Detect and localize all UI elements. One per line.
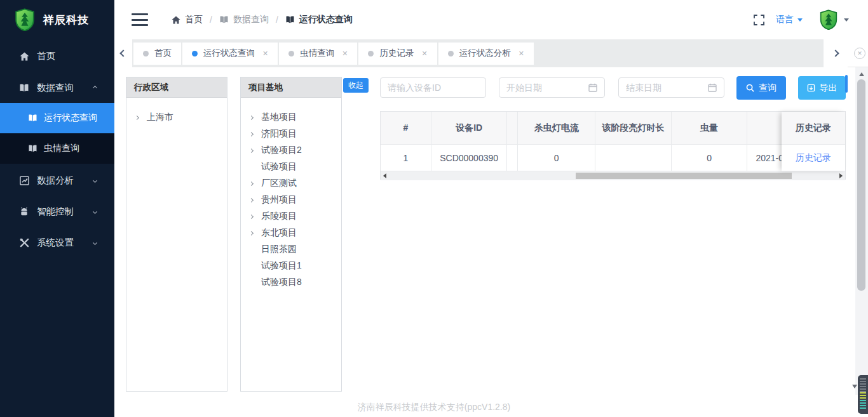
topbar: 首页 / 数据查询 / 运行状态查询 <box>114 0 868 39</box>
cell-index: 1 <box>381 145 431 171</box>
sidebar-item-smart-control[interactable]: 智能控制 <box>0 196 114 227</box>
tree-item[interactable]: 试验项目2 <box>241 142 341 159</box>
scroll-right-arrow-icon[interactable] <box>839 173 843 178</box>
user-menu[interactable] <box>819 10 849 30</box>
tree-item-label: 试验项目 <box>261 161 297 173</box>
sidebar-item-data-analysis[interactable]: 数据分析 <box>0 165 114 196</box>
region-panel: 行政区域 上海市 <box>126 77 227 392</box>
tree-item[interactable]: 厂区测试 <box>241 175 341 192</box>
tab-track: 首页 运行状态查询 虫情查询 历史记录 <box>132 39 824 67</box>
tree-item-shanghai[interactable]: 上海市 <box>126 109 227 126</box>
export-button[interactable]: 导出 <box>798 76 846 100</box>
chevron-right-icon[interactable] <box>250 149 255 152</box>
tab-label: 运行状态查询 <box>203 48 255 59</box>
close-all-tabs-icon[interactable] <box>854 48 865 59</box>
brand-header[interactable]: 祥辰科技 <box>0 0 114 39</box>
sidebar: 祥辰科技 首页 数据查询 运行状态查询 虫情查询 <box>0 0 114 417</box>
start-date-input[interactable] <box>499 77 605 98</box>
tree-item[interactable]: 基地项目 <box>241 109 341 126</box>
home-icon <box>19 51 29 62</box>
chevron-right-icon[interactable] <box>250 199 255 202</box>
vertical-scrollbar-thumb[interactable] <box>857 79 865 291</box>
table-cell-history: 历史记录 <box>782 145 845 171</box>
tree-item[interactable]: 日照茶园 <box>241 241 341 258</box>
table-row: 1 SCD00000390 0 0 2021-0 <box>381 145 845 171</box>
indicator-bars-gray <box>860 378 866 392</box>
sidebar-item-home[interactable]: 首页 <box>0 41 114 72</box>
tab-home[interactable]: 首页 <box>133 43 181 65</box>
tree-item[interactable]: 贵州项目 <box>241 192 341 208</box>
tree-item[interactable]: 试验项目 <box>241 159 341 175</box>
history-record-link[interactable]: 历史记录 <box>796 152 831 164</box>
chevron-right-icon[interactable] <box>250 182 255 185</box>
tabs-scroll-left-button[interactable] <box>114 39 132 67</box>
table-header-index: # <box>381 112 431 145</box>
content-area: 行政区域 上海市 项目基地 基地项目 <box>114 67 868 417</box>
tab-close-icon[interactable] <box>421 50 427 57</box>
end-date-input[interactable] <box>618 77 724 98</box>
inner-scroll-indicator <box>845 75 848 93</box>
tree-item[interactable]: 试验项目8 <box>241 274 341 291</box>
chevron-right-icon[interactable] <box>250 215 255 218</box>
tab-history[interactable]: 历史记录 <box>358 43 437 65</box>
tab-label: 历史记录 <box>379 48 414 59</box>
language-selector[interactable]: 语言 <box>776 14 803 25</box>
tree-item-label: 试验项目2 <box>261 145 302 156</box>
tree-item[interactable]: 乐陵项目 <box>241 208 341 225</box>
tab-run-status-query[interactable]: 运行状态查询 <box>182 43 278 65</box>
chevron-right-icon[interactable] <box>250 116 255 119</box>
tree-item-label: 日照茶园 <box>261 244 297 255</box>
tab-dot-icon <box>448 51 454 56</box>
tree-item[interactable]: 试验项目1 <box>241 258 341 274</box>
chevron-right-icon[interactable] <box>250 232 255 235</box>
fullscreen-icon[interactable] <box>754 15 764 25</box>
tab-insect-query[interactable]: 虫情查询 <box>279 43 357 65</box>
sidebar-collapse-button[interactable] <box>132 13 148 26</box>
cell-light-duration <box>595 145 672 171</box>
sidebar-item-system-settings[interactable]: 系统设置 <box>0 227 114 258</box>
scroll-down-arrow-icon[interactable] <box>852 385 857 388</box>
tree-item-label: 贵州项目 <box>261 194 297 206</box>
indicator-bars-yellow <box>860 392 866 400</box>
scroll-up-arrow-icon[interactable] <box>859 72 864 76</box>
collapse-panels-button[interactable]: 收起 <box>343 78 369 93</box>
sidebar-subitem-insect-query[interactable]: 虫情查询 <box>0 133 114 164</box>
breadcrumb: 首页 / 数据查询 / 运行状态查询 <box>172 0 353 39</box>
sidebar-subitem-run-status-query[interactable]: 运行状态查询 <box>0 103 114 133</box>
region-tree: 上海市 <box>126 98 227 126</box>
tree-item[interactable]: 东北项目 <box>241 225 341 241</box>
tab-close-icon[interactable] <box>342 50 348 57</box>
tab-run-status-analysis[interactable]: 运行状态分析 <box>438 43 534 65</box>
book-icon <box>219 16 229 23</box>
query-button[interactable]: 查询 <box>736 76 786 100</box>
table-header-lamp-current: 杀虫灯电流 <box>518 112 595 145</box>
table-header-device-id: 设备ID <box>431 112 508 145</box>
breadcrumb-home[interactable]: 首页 <box>172 14 203 25</box>
book-icon <box>28 144 37 154</box>
book-icon <box>285 16 295 23</box>
chevron-right-icon[interactable] <box>250 133 255 136</box>
sidebar-item-label: 数据查询 <box>37 82 74 94</box>
tab-close-icon[interactable] <box>262 50 268 57</box>
tree-item-label: 东北项目 <box>261 227 297 239</box>
sidebar-item-data-query[interactable]: 数据查询 <box>0 72 114 103</box>
search-icon <box>746 84 754 92</box>
project-tree: 基地项目 济阳项目 试验项目2 试验项目 厂区测试 <box>241 98 341 291</box>
tab-label: 首页 <box>154 48 172 59</box>
device-id-input[interactable] <box>380 77 486 98</box>
horizontal-scrollbar-thumb[interactable] <box>576 173 792 179</box>
table-header-row: # 设备ID 杀虫灯电流 该阶段亮灯时长 虫量 <box>381 112 845 145</box>
scroll-left-arrow-icon[interactable] <box>383 173 386 178</box>
tabs-scroll-right-button[interactable] <box>824 39 848 67</box>
topbar-actions: 语言 <box>754 0 868 39</box>
tree-item[interactable]: 济阳项目 <box>241 126 341 142</box>
query-button-label: 查询 <box>759 83 776 94</box>
sidebar-subitem-label: 虫情查询 <box>44 143 79 154</box>
tab-close-icon[interactable] <box>519 50 524 57</box>
table-horizontal-scrollbar[interactable] <box>381 171 845 180</box>
chevron-right-icon[interactable] <box>135 116 140 119</box>
chevron-up-icon <box>93 86 97 90</box>
chevron-down-icon <box>93 241 97 245</box>
sidebar-item-label: 首页 <box>37 50 55 62</box>
breadcrumb-section[interactable]: 数据查询 <box>219 14 269 25</box>
